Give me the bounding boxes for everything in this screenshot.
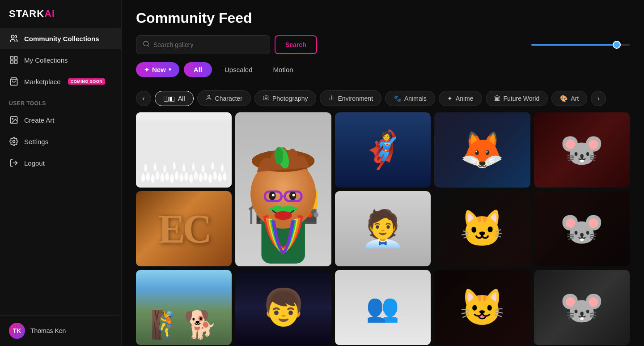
category-label-art: Art <box>571 95 579 102</box>
svg-rect-65 <box>192 163 194 168</box>
sidebar-item-community[interactable]: Community Collections <box>0 28 121 49</box>
image-icon <box>9 115 19 125</box>
svg-point-12 <box>208 95 210 98</box>
environment-icon <box>328 94 335 102</box>
filter-upscaled-button[interactable]: Upscaled <box>216 62 261 77</box>
gallery-item-suit[interactable]: 🧑‍💼 <box>335 191 431 266</box>
sidebar-item-settings[interactable]: Settings <box>0 131 121 152</box>
sidebar-label-create-art: Create Art <box>24 116 55 124</box>
category-tab-future-world[interactable]: 🏛 Future World <box>486 91 548 106</box>
all-icon: ◫◧ <box>163 95 175 102</box>
logo: STARKAI <box>9 8 55 20</box>
caret-down-icon: ▾ <box>169 67 171 73</box>
category-tab-animals[interactable]: 🐾 Animals <box>385 91 435 106</box>
gallery-item-4[interactable]: 🦊 <box>434 112 530 188</box>
sidebar: STARKAI Community Collections My Collect… <box>0 0 122 346</box>
page-title: Community Feed <box>136 10 630 26</box>
character-icon <box>206 94 212 102</box>
svg-rect-55 <box>144 164 146 169</box>
svg-rect-37 <box>185 172 187 178</box>
gallery-item-dark-mouse[interactable]: 🐭 <box>534 191 630 266</box>
gallery-item-city-char[interactable]: 👦 <box>235 270 331 345</box>
sidebar-nav: Community Collections My Collections Mar… <box>0 28 121 315</box>
category-label-anime: Anime <box>456 95 474 102</box>
category-label-future-world: Future World <box>504 95 540 102</box>
gallery-item-political[interactable]: 👥 <box>335 270 431 345</box>
sidebar-item-logout[interactable]: Logout <box>0 152 121 174</box>
svg-rect-21 <box>147 172 149 178</box>
svg-rect-71 <box>221 164 223 169</box>
user-tools-label: User Tools <box>0 92 121 109</box>
gallery-item-3[interactable]: 🦸 <box>335 112 431 188</box>
gallery-item-dark-cat2[interactable]: 😺 <box>434 270 530 345</box>
gallery-item-dark-cat1[interactable]: 🐱 <box>434 191 530 266</box>
view-slider[interactable] <box>531 44 630 46</box>
svg-rect-61 <box>174 162 175 167</box>
category-label-animals: Animals <box>404 95 427 102</box>
category-tab-anime[interactable]: ✦ Anime <box>439 91 482 106</box>
user-footer: TK Thomas Ken <box>0 315 121 346</box>
svg-rect-17 <box>136 120 232 188</box>
svg-rect-47 <box>209 174 211 180</box>
gallery-item-1[interactable] <box>136 112 232 188</box>
category-next-button[interactable]: › <box>591 91 606 106</box>
category-row: ‹ ◫◧ All Character Photography Environme… <box>122 90 644 106</box>
category-tab-art[interactable]: 🎨 Art <box>551 91 587 106</box>
gallery-scroll[interactable]: 🧑‍🎤 <box>122 112 644 346</box>
search-button[interactable]: Search <box>275 35 317 54</box>
sidebar-item-create-art[interactable]: Create Art <box>0 109 121 131</box>
category-tab-photography[interactable]: Photography <box>254 90 316 106</box>
sidebar-item-my-collections[interactable]: My Collections <box>0 49 121 71</box>
logout-icon <box>9 158 19 168</box>
gallery-item-ec[interactable]: EC <box>136 191 232 266</box>
filter-all-button[interactable]: All <box>184 62 212 77</box>
category-prev-button[interactable]: ‹ <box>136 91 151 106</box>
svg-point-82 <box>275 211 292 220</box>
svg-rect-25 <box>157 171 158 177</box>
category-label-character: Character <box>215 95 242 102</box>
photography-icon <box>263 94 269 102</box>
svg-rect-29 <box>166 172 168 178</box>
svg-rect-69 <box>212 162 213 167</box>
sidebar-label-my-collections: My Collections <box>24 56 68 64</box>
svg-rect-19 <box>142 173 144 179</box>
category-tab-environment[interactable]: Environment <box>320 90 381 106</box>
filter-new-button[interactable]: ✦ New ▾ <box>136 62 179 77</box>
category-tab-character[interactable]: Character <box>197 90 251 106</box>
gallery-item-5[interactable]: 🐭 <box>534 112 630 188</box>
anime-icon: ✦ <box>447 95 453 102</box>
search-row: Search <box>136 35 630 54</box>
grid-icon <box>9 55 19 65</box>
svg-rect-41 <box>195 171 197 177</box>
svg-rect-51 <box>219 173 220 179</box>
svg-rect-33 <box>176 171 178 177</box>
svg-point-0 <box>11 35 14 38</box>
svg-rect-2 <box>15 57 17 60</box>
gallery-item-char-tall[interactable]: 🧑‍🎤 <box>235 112 331 266</box>
svg-point-84 <box>275 147 283 164</box>
svg-point-80 <box>272 194 275 196</box>
filter-motion-button[interactable]: Motion <box>265 62 301 77</box>
svg-rect-35 <box>181 173 182 179</box>
svg-point-7 <box>12 118 13 120</box>
filter-row: ✦ New ▾ All Upscaled Motion <box>136 62 630 77</box>
svg-rect-31 <box>171 174 173 180</box>
svg-rect-27 <box>161 173 163 179</box>
search-input-wrap <box>136 35 270 54</box>
logo-area: STARKAI <box>0 0 121 28</box>
svg-rect-1 <box>11 57 13 60</box>
gallery-item-mickey[interactable]: 🐭 <box>534 270 630 345</box>
sidebar-item-marketplace[interactable]: Marketplace Coming Soon <box>0 71 121 92</box>
animals-icon: 🐾 <box>394 95 401 102</box>
svg-rect-63 <box>183 164 185 169</box>
search-input[interactable] <box>153 41 243 48</box>
svg-point-13 <box>265 97 267 99</box>
coming-soon-badge: Coming Soon <box>68 78 106 85</box>
category-tab-all[interactable]: ◫◧ All <box>155 91 194 106</box>
main-content: Community Feed Search ✦ New ▾ <box>122 0 644 346</box>
sidebar-label-settings: Settings <box>24 138 48 145</box>
gallery-item-hiker[interactable]: 🧗🐕 <box>136 270 232 345</box>
main-header: Community Feed Search ✦ New ▾ <box>122 0 644 90</box>
category-label-environment: Environment <box>338 95 373 102</box>
svg-point-8 <box>13 141 15 143</box>
